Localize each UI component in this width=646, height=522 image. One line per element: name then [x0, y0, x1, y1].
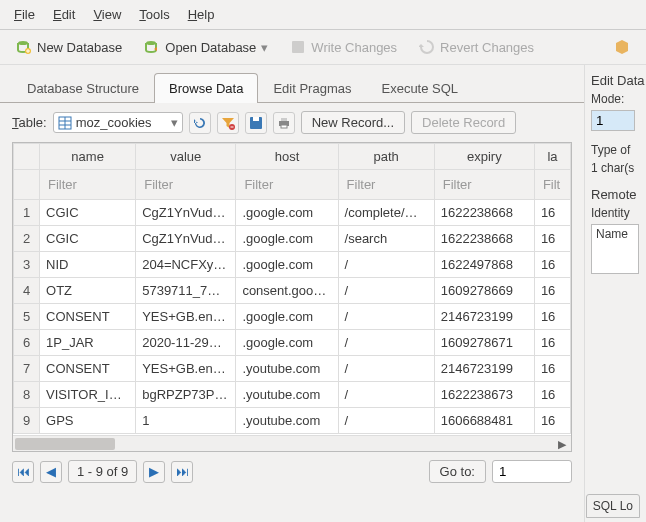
refresh-button[interactable]: [189, 112, 211, 134]
row-number[interactable]: 9: [14, 408, 40, 434]
cell-value[interactable]: YES+GB.en-…: [136, 304, 236, 330]
cell-expiry[interactable]: 1609278669: [434, 278, 534, 304]
cell-expiry[interactable]: 2146723199: [434, 304, 534, 330]
cell-expiry[interactable]: 1622497868: [434, 252, 534, 278]
cell-value[interactable]: CgZ1YnVud…: [136, 226, 236, 252]
menu-edit[interactable]: Edit: [45, 4, 83, 25]
col-name[interactable]: name: [40, 144, 136, 170]
col-la[interactable]: la: [534, 144, 570, 170]
cell-name[interactable]: CONSENT: [40, 304, 136, 330]
cell-host[interactable]: .google.com: [236, 200, 338, 226]
cell-value[interactable]: 1: [136, 408, 236, 434]
cell-path[interactable]: /: [338, 304, 434, 330]
menu-file[interactable]: FFileile: [6, 4, 43, 25]
extra-button[interactable]: [608, 36, 636, 58]
table-row[interactable]: 4 OTZ 5739711_7… consent.goo… / 16092786…: [14, 278, 571, 304]
cell-expiry[interactable]: 1622238668: [434, 200, 534, 226]
cell-expiry[interactable]: 1606688481: [434, 408, 534, 434]
table-row[interactable]: 2 CGIC CgZ1YnVud… .google.com /search 16…: [14, 226, 571, 252]
cell-value[interactable]: 5739711_7…: [136, 278, 236, 304]
new-database-button[interactable]: New Database: [10, 36, 128, 58]
new-record-button[interactable]: New Record...: [301, 111, 405, 134]
row-number[interactable]: 1: [14, 200, 40, 226]
scroll-right-arrow[interactable]: ▶: [555, 436, 569, 452]
cell-la[interactable]: 16: [534, 382, 570, 408]
tab-execute-sql[interactable]: Execute SQL: [366, 73, 473, 103]
row-number[interactable]: 4: [14, 278, 40, 304]
table-row[interactable]: 9 GPS 1 .youtube.com / 1606688481 16: [14, 408, 571, 434]
cell-host[interactable]: .google.com: [236, 330, 338, 356]
cell-la[interactable]: 16: [534, 356, 570, 382]
row-number[interactable]: 7: [14, 356, 40, 382]
cell-name[interactable]: CONSENT: [40, 356, 136, 382]
cell-path[interactable]: /: [338, 252, 434, 278]
table-row[interactable]: 3 NID 204=NCFXy… .google.com / 162249786…: [14, 252, 571, 278]
row-number[interactable]: 5: [14, 304, 40, 330]
cell-host[interactable]: consent.goo…: [236, 278, 338, 304]
cell-la[interactable]: 16: [534, 252, 570, 278]
menu-help[interactable]: Help: [180, 4, 223, 25]
filter-name[interactable]: [46, 175, 129, 194]
filter-value[interactable]: [142, 175, 229, 194]
identity-box[interactable]: Name: [591, 224, 639, 274]
row-number[interactable]: 3: [14, 252, 40, 278]
cell-name[interactable]: GPS: [40, 408, 136, 434]
first-page-button[interactable]: ⏮: [12, 461, 34, 483]
cell-value[interactable]: 2020-11-29…: [136, 330, 236, 356]
cell-host[interactable]: .youtube.com: [236, 356, 338, 382]
sql-log-tab[interactable]: SQL Lo: [586, 494, 640, 518]
open-database-button[interactable]: Open Database ▾: [138, 36, 274, 58]
table-row[interactable]: 5 CONSENT YES+GB.en-… .google.com / 2146…: [14, 304, 571, 330]
filter-path[interactable]: [345, 175, 428, 194]
cell-host[interactable]: .google.com: [236, 226, 338, 252]
row-number[interactable]: 2: [14, 226, 40, 252]
cell-path[interactable]: /: [338, 382, 434, 408]
prev-page-button[interactable]: ◀: [40, 461, 62, 483]
next-page-button[interactable]: ▶: [143, 461, 165, 483]
table-row[interactable]: 8 VISITOR_INF… bgRPZP73P… .youtube.com /…: [14, 382, 571, 408]
cell-la[interactable]: 16: [534, 226, 570, 252]
cell-name[interactable]: VISITOR_INF…: [40, 382, 136, 408]
cell-path[interactable]: /: [338, 330, 434, 356]
clear-filters-button[interactable]: [217, 112, 239, 134]
goto-button[interactable]: Go to:: [429, 460, 486, 483]
col-value[interactable]: value: [136, 144, 236, 170]
save-table-button[interactable]: [245, 112, 267, 134]
last-page-button[interactable]: ⏭: [171, 461, 193, 483]
filter-host[interactable]: [242, 175, 331, 194]
tab-edit-pragmas[interactable]: Edit Pragmas: [258, 73, 366, 103]
filter-expiry[interactable]: [441, 175, 528, 194]
cell-name[interactable]: CGIC: [40, 200, 136, 226]
mode-input[interactable]: [591, 110, 635, 131]
cell-value[interactable]: CgZ1YnVud…: [136, 200, 236, 226]
scrollbar-thumb[interactable]: [15, 438, 115, 450]
row-number[interactable]: 6: [14, 330, 40, 356]
cell-expiry[interactable]: 1622238673: [434, 382, 534, 408]
cell-expiry[interactable]: 2146723199: [434, 356, 534, 382]
row-number[interactable]: 8: [14, 382, 40, 408]
goto-input[interactable]: [492, 460, 572, 483]
cell-expiry[interactable]: 1609278671: [434, 330, 534, 356]
cell-host[interactable]: .google.com: [236, 304, 338, 330]
cell-la[interactable]: 16: [534, 408, 570, 434]
horizontal-scrollbar[interactable]: ▶: [13, 435, 571, 451]
col-expiry[interactable]: expiry: [434, 144, 534, 170]
col-path[interactable]: path: [338, 144, 434, 170]
cell-path[interactable]: /complete/…: [338, 200, 434, 226]
col-host[interactable]: host: [236, 144, 338, 170]
table-row[interactable]: 7 CONSENT YES+GB.en-… .youtube.com / 214…: [14, 356, 571, 382]
print-button[interactable]: [273, 112, 295, 134]
cell-host[interactable]: .youtube.com: [236, 382, 338, 408]
cell-expiry[interactable]: 1622238668: [434, 226, 534, 252]
cell-la[interactable]: 16: [534, 200, 570, 226]
menu-view[interactable]: View: [85, 4, 129, 25]
cell-value[interactable]: bgRPZP73P…: [136, 382, 236, 408]
cell-path[interactable]: /: [338, 278, 434, 304]
tab-database-structure[interactable]: Database Structure: [12, 73, 154, 103]
table-select[interactable]: moz_cookies ▾: [53, 112, 183, 133]
cell-value[interactable]: 204=NCFXy…: [136, 252, 236, 278]
cell-name[interactable]: NID: [40, 252, 136, 278]
table-row[interactable]: 1 CGIC CgZ1YnVud… .google.com /complete/…: [14, 200, 571, 226]
cell-path[interactable]: /search: [338, 226, 434, 252]
tab-browse-data[interactable]: Browse Data: [154, 73, 258, 103]
